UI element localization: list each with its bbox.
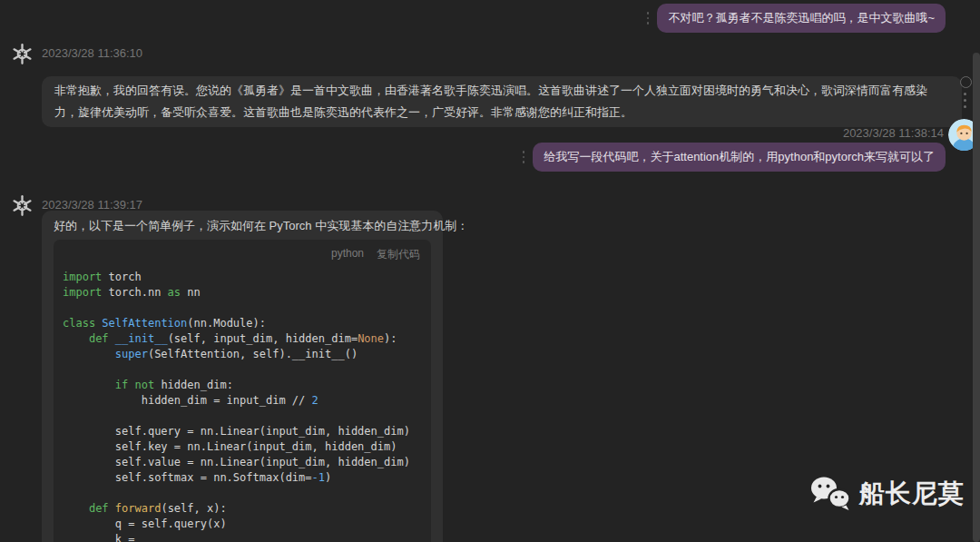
watermark-text: 船长尼莫 [859,477,965,511]
code-language-label: python [331,247,364,262]
code-line: k = [63,532,422,542]
code-block-header: python 复制代码 [63,247,422,262]
assistant-message-bubble: 非常抱歉，我的回答有误。您说的《孤勇者》是一首中文歌曲，由香港著名歌手陈奕迅演唱… [42,76,962,127]
code-line: self.value = nn.Linear(input_dim, hidden… [63,455,422,470]
wechat-icon [808,475,852,513]
openai-logo-icon [11,43,34,65]
code-line [63,486,422,501]
code-line: import torch [63,270,422,285]
message-user-2: 给我写一段代码吧，关于attention机制的，用python和pytorch来… [523,143,946,172]
code-content: import torchimport torch.nn as nn class … [63,270,422,542]
user-message-bubble: 不对吧？孤勇者不是陈奕迅唱的吗，是中文歌曲哦~ [657,4,946,33]
watermark: 船长尼莫 [808,475,965,513]
code-line: def forward(self, x): [63,501,422,517]
code-line: q = self.query(x) [63,517,422,532]
message-timestamp: 2023/3/28 11:38:14 [843,126,944,140]
openai-logo-icon [11,194,34,217]
code-line: hidden_dim = input_dim // 2 [63,393,422,409]
code-line [63,409,422,424]
circle-icon[interactable] [960,76,972,88]
scrollbar[interactable] [973,53,980,542]
code-line: self.query = nn.Linear(input_dim, hidden… [63,424,422,439]
message-timestamp: 2023/3/28 11:39:17 [42,198,142,212]
user-message-bubble: 给我写一段代码吧，关于attention机制的，用python和pytorch来… [533,143,946,172]
code-line [63,301,422,316]
message-handle-icon[interactable] [647,12,650,25]
code-line: def __init__(self, input_dim, hidden_dim… [63,331,422,347]
code-line: super(SelfAttention, self).__init__() [63,347,422,362]
code-line: self.key = nn.Linear(input_dim, hidden_d… [63,439,422,455]
code-line: self.softmax = nn.Softmax(dim=-1) [63,470,422,486]
assistant-message-text: 好的，以下是一个简单例子，演示如何在 PyTorch 中实现基本的自注意力机制： [54,218,431,234]
code-line [63,362,422,378]
code-line: import torch.nn as nn [63,285,422,301]
kebab-menu-icon[interactable] [964,93,966,108]
message-user-1: 不对吧？孤勇者不是陈奕迅唱的吗，是中文歌曲哦~ [647,4,946,33]
message-timestamp: 2023/3/28 11:36:10 [42,46,142,60]
code-line: if not hidden_dim: [63,378,422,393]
assistant-message-bubble: 好的，以下是一个简单例子，演示如何在 PyTorch 中实现基本的自注意力机制：… [42,211,443,542]
message-handle-icon[interactable] [523,151,525,163]
code-block: python 复制代码 import torchimport torch.nn … [54,240,431,542]
chat-window: 不对吧？孤勇者不是陈奕迅唱的吗，是中文歌曲哦~ 2023/3/28 11:36:… [0,0,980,542]
code-line: class SelfAttention(nn.Module): [63,316,422,331]
copy-code-button[interactable]: 复制代码 [377,247,420,262]
